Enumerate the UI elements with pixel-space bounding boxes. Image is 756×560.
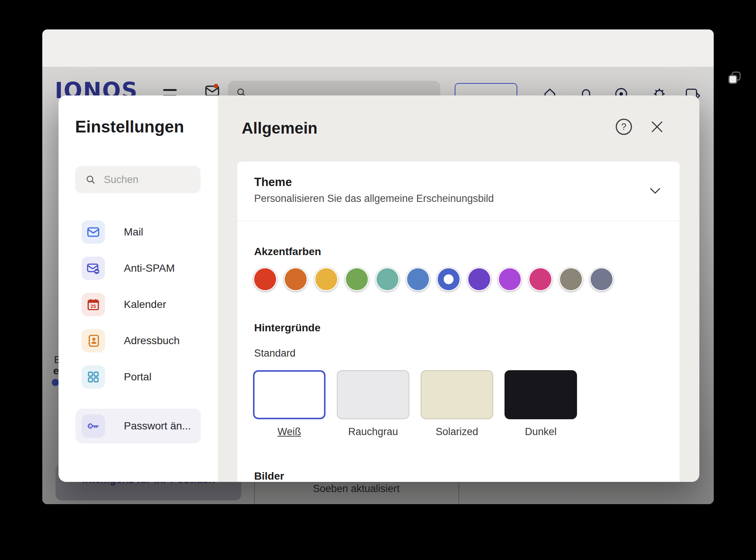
accent-color-swatch[interactable]	[498, 267, 522, 291]
images-label: Bilder	[254, 470, 284, 482]
background-options-row: Weiß Rauchgrau Solarized Dunkel	[253, 370, 577, 438]
sidebar-item-portal[interactable]: Portal	[59, 365, 218, 400]
panel-title: Allgemein	[242, 119, 318, 137]
accent-color-swatch[interactable]	[345, 267, 369, 291]
background-swatch	[421, 370, 493, 419]
close-icon[interactable]	[650, 120, 664, 134]
settings-search[interactable]	[75, 166, 201, 193]
settings-sidebar: Einstellungen Mail	[59, 95, 218, 482]
portal-grid-icon	[82, 365, 105, 389]
theme-section-subtitle: Personalisieren Sie das allgemeine Ersch…	[254, 193, 494, 205]
background-option-solarized[interactable]: Solarized	[421, 370, 493, 438]
settings-title: Einstellungen	[75, 117, 184, 136]
divider	[237, 221, 680, 221]
key-icon	[82, 414, 105, 438]
accent-color-swatch[interactable]	[559, 267, 583, 291]
background-swatch	[253, 370, 326, 419]
calendar-icon: 25	[82, 293, 105, 316]
page-content-area: IONOS E e Intelligenz für Ihr Postfach S…	[42, 67, 714, 504]
accent-color-swatch[interactable]	[253, 267, 277, 291]
antispam-icon	[82, 257, 105, 280]
search-icon	[85, 174, 96, 185]
accent-color-swatch[interactable]	[467, 267, 491, 291]
svg-text:25: 25	[91, 303, 96, 309]
background-option-weiss[interactable]: Weiß	[253, 370, 326, 438]
accent-color-swatch[interactable]	[406, 267, 430, 291]
addressbook-icon	[82, 329, 105, 352]
accent-color-swatch[interactable]	[314, 267, 338, 291]
accent-color-swatch[interactable]	[589, 267, 614, 291]
theme-section-title: Theme	[254, 175, 292, 189]
accent-color-swatch[interactable]	[284, 267, 308, 291]
background-option-rauchgrau[interactable]: Rauchgrau	[337, 370, 409, 438]
background-swatch	[337, 370, 409, 419]
background-option-dunkel[interactable]: Dunkel	[505, 370, 577, 438]
svg-text:?: ?	[621, 122, 626, 132]
sidebar-item-kalender[interactable]: 25 Kalender	[59, 293, 218, 328]
mail-icon	[82, 220, 105, 244]
settings-modal: Einstellungen Mail	[59, 95, 699, 482]
sidebar-item-adressbuch[interactable]: Adressbuch	[59, 329, 218, 364]
search-input[interactable]	[103, 174, 188, 186]
tab-overview-icon[interactable]	[727, 70, 742, 85]
accent-color-swatch[interactable]	[528, 267, 552, 291]
sidebar-item-passwort-aendern[interactable]: Passwort än...	[76, 409, 201, 443]
selected-indicator	[444, 274, 454, 284]
backgrounds-label: Hintergründe	[254, 322, 321, 334]
accent-color-row	[253, 267, 614, 291]
accent-color-swatch[interactable]	[437, 267, 461, 291]
browser-toolbar: Rathaus email.ionos.de	[42, 29, 714, 67]
accent-colors-label: Akzentfarben	[254, 246, 321, 258]
help-icon[interactable]: ?	[615, 118, 633, 136]
background-swatch	[505, 370, 577, 419]
accent-color-swatch[interactable]	[375, 267, 400, 291]
sidebar-item-mail[interactable]: Mail	[59, 220, 218, 255]
standard-label: Standard	[254, 348, 296, 359]
sidebar-item-antispam[interactable]: Anti-SPAM	[59, 257, 218, 291]
collapse-chevron-icon[interactable]	[648, 183, 663, 198]
